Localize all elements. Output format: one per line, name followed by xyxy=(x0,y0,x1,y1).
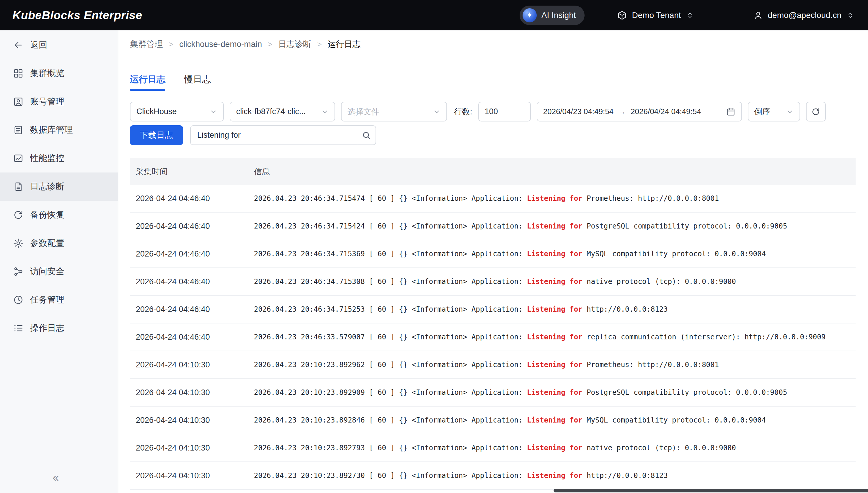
user-icon xyxy=(753,10,763,20)
chevron-down-icon xyxy=(209,108,217,115)
log-time: 2026-04-24 04:46:40 xyxy=(130,194,254,203)
database-icon xyxy=(13,125,24,135)
action-bar: 下载日志 xyxy=(130,125,855,145)
chevron-down-icon xyxy=(786,108,793,115)
user-menu[interactable]: demo@apecloud.cn xyxy=(753,10,854,20)
calendar-icon xyxy=(726,107,735,116)
highlighted-keyword: Listening for xyxy=(527,361,583,369)
breadcrumb-item-cluster-mgmt[interactable]: 集群管理 xyxy=(130,39,163,50)
breadcrumb-item-cluster-name[interactable]: clickhouse-demo-main xyxy=(179,40,262,49)
refresh-button[interactable] xyxy=(806,102,826,122)
download-log-button[interactable]: 下载日志 xyxy=(130,125,183,145)
sidebar-item-access-security[interactable]: 访问安全 xyxy=(0,257,118,286)
sidebar-item-operation-log[interactable]: 操作日志 xyxy=(0,314,118,342)
highlighted-keyword: Listening for xyxy=(527,222,583,230)
file-select[interactable]: 选择文件 xyxy=(341,102,447,122)
sidebar-item-parameters[interactable]: 参数配置 xyxy=(0,229,118,257)
log-time: 2026-04-24 04:10:30 xyxy=(130,444,254,453)
sidebar-item-monitoring[interactable]: 性能监控 xyxy=(0,144,118,172)
log-time: 2026-04-24 04:10:30 xyxy=(130,360,254,369)
table-row: 2026-04-24 04:46:402026.04.23 20:46:34.7… xyxy=(130,185,855,213)
tenant-selector[interactable]: Demo Tenant xyxy=(617,10,694,20)
log-table: 采集时间 信息 2026-04-24 04:46:402026.04.23 20… xyxy=(130,158,855,490)
breadcrumb-item-log-diagnosis[interactable]: 日志诊断 xyxy=(278,39,311,50)
ai-insight-button[interactable]: ✦ AI Insight xyxy=(520,6,585,25)
chevron-updown-icon xyxy=(846,11,854,20)
log-message: 2026.04.23 20:46:34.715308 [ 60 ] {} <In… xyxy=(254,277,855,286)
date-range-picker[interactable]: 2026/04/23 04:49:54 → 2026/04/24 04:49:5… xyxy=(537,102,742,122)
highlighted-keyword: Listening for xyxy=(527,444,583,452)
sidebar-item-log-diagnosis[interactable]: 日志诊断 xyxy=(0,172,118,201)
order-select[interactable]: 倒序 xyxy=(748,102,800,122)
top-header: KubeBlocks Enterprise ✦ AI Insight Demo … xyxy=(0,0,868,30)
app-logo: KubeBlocks Enterprise xyxy=(13,9,142,22)
table-row: 2026-04-24 04:46:402026.04.23 20:46:33.5… xyxy=(130,323,855,351)
sidebar-item-tasks[interactable]: 任务管理 xyxy=(0,286,118,314)
sidebar-item-label: 性能监控 xyxy=(30,152,64,164)
log-message: 2026.04.23 20:10:23.892793 [ 60 ] {} <In… xyxy=(254,444,855,452)
log-search xyxy=(190,125,376,145)
search-button[interactable] xyxy=(357,126,376,145)
highlighted-keyword: Listening for xyxy=(527,305,583,314)
table-row: 2026-04-24 04:46:402026.04.23 20:46:34.7… xyxy=(130,268,855,296)
highlighted-keyword: Listening for xyxy=(527,388,583,396)
tab-slow-log[interactable]: 慢日志 xyxy=(184,73,211,91)
user-email: demo@apecloud.cn xyxy=(768,10,842,20)
order-select-value: 倒序 xyxy=(754,106,770,117)
lines-label: 行数: xyxy=(454,106,472,117)
sidebar-item-database[interactable]: 数据库管理 xyxy=(0,116,118,144)
log-time: 2026-04-24 04:10:30 xyxy=(130,471,254,480)
horizontal-scrollbar-thumb[interactable] xyxy=(553,489,868,492)
highlighted-keyword: Listening for xyxy=(527,416,583,424)
tenant-cube-icon xyxy=(617,10,627,20)
table-row: 2026-04-24 04:10:302026.04.23 20:10:23.8… xyxy=(130,462,855,490)
breadcrumb-separator: > xyxy=(169,40,173,49)
log-time: 2026-04-24 04:10:30 xyxy=(130,388,254,397)
sidebar-item-label: 任务管理 xyxy=(30,294,64,306)
log-message: 2026.04.23 20:46:34.715253 [ 60 ] {} <In… xyxy=(254,305,855,314)
log-time: 2026-04-24 04:10:30 xyxy=(130,416,254,425)
log-message: 2026.04.23 20:10:23.892909 [ 60 ] {} <In… xyxy=(254,388,855,396)
instance-select[interactable]: click-fb87fc74-clic... xyxy=(230,102,335,122)
sidebar-collapse-button[interactable]: « xyxy=(53,471,59,484)
sidebar-item-account[interactable]: 账号管理 xyxy=(0,88,118,116)
document-icon xyxy=(13,181,24,192)
highlighted-keyword: Listening for xyxy=(527,471,583,480)
log-time: 2026-04-24 04:46:40 xyxy=(130,333,254,342)
log-time: 2026-04-24 04:46:40 xyxy=(130,222,254,231)
lines-input[interactable] xyxy=(485,107,524,116)
sidebar-item-label: 集群概览 xyxy=(30,67,64,79)
clock-icon xyxy=(13,295,24,305)
gear-icon xyxy=(13,238,24,249)
chevron-down-icon xyxy=(321,108,329,115)
account-icon xyxy=(13,97,24,107)
breadcrumb-separator: > xyxy=(268,40,272,49)
chevron-down-icon xyxy=(433,108,441,115)
chevron-updown-icon xyxy=(686,11,694,20)
log-table-rows: 2026-04-24 04:46:402026.04.23 20:46:34.7… xyxy=(130,185,855,490)
sidebar: 返回 集群概览 账号管理 数据库管理 性能监控 xyxy=(0,30,118,493)
sidebar-item-cluster-overview[interactable]: 集群概览 xyxy=(0,59,118,88)
share-nodes-icon xyxy=(13,266,24,277)
chart-icon xyxy=(13,153,24,164)
sidebar-item-label: 访问安全 xyxy=(30,266,64,277)
breadcrumb-current: 运行日志 xyxy=(328,39,361,50)
highlighted-keyword: Listening for xyxy=(527,333,583,341)
table-row: 2026-04-24 04:10:302026.04.23 20:10:23.8… xyxy=(130,379,855,407)
lines-input-wrap xyxy=(478,102,531,122)
engine-select[interactable]: ClickHouse xyxy=(130,102,224,122)
table-row: 2026-04-24 04:10:302026.04.23 20:10:23.8… xyxy=(130,407,855,434)
log-time: 2026-04-24 04:46:40 xyxy=(130,277,254,286)
highlighted-keyword: Listening for xyxy=(527,194,583,202)
ai-sparkle-icon: ✦ xyxy=(523,8,537,22)
back-button[interactable]: 返回 xyxy=(0,31,118,59)
sidebar-item-label: 操作日志 xyxy=(30,322,64,334)
tab-running-log[interactable]: 运行日志 xyxy=(130,73,165,91)
sidebar-item-label: 参数配置 xyxy=(30,237,64,249)
search-input[interactable] xyxy=(191,126,357,145)
highlighted-keyword: Listening for xyxy=(527,250,583,258)
instance-select-value: click-fb87fc74-clic... xyxy=(236,107,306,116)
engine-select-value: ClickHouse xyxy=(136,107,177,116)
log-message: 2026.04.23 20:46:33.579007 [ 60 ] {} <In… xyxy=(254,333,855,341)
sidebar-item-backup-restore[interactable]: 备份恢复 xyxy=(0,201,118,229)
